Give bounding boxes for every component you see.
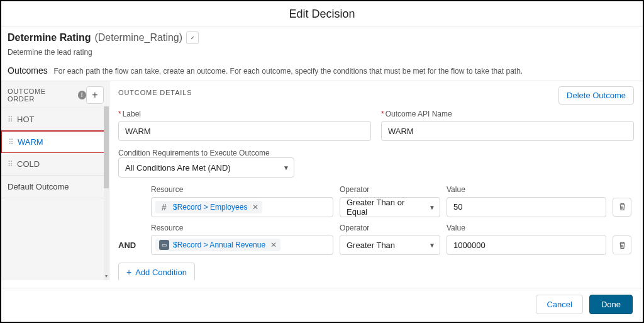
add-outcome-button[interactable]: + bbox=[86, 86, 104, 104]
outcome-item-cold[interactable]: ⠿ COLD bbox=[1, 153, 109, 176]
edit-name-button[interactable] bbox=[186, 31, 199, 44]
cancel-button[interactable]: Cancel bbox=[536, 295, 582, 314]
resource-input[interactable]: ▭ $Record > Annual Revenue ✕ bbox=[151, 235, 333, 255]
outcome-order-panel: OUTCOME ORDER i + ⠿ HOT ⠿ WARM ⠿ COLD De… bbox=[1, 81, 109, 280]
operator-select[interactable]: Greater Than or Equal bbox=[340, 197, 440, 217]
label-input[interactable] bbox=[118, 121, 371, 141]
number-icon: # bbox=[159, 202, 169, 212]
resource-pill-text: $Record > Employees bbox=[173, 203, 247, 212]
label-field-label: Label bbox=[123, 110, 141, 118]
delete-condition-button[interactable] bbox=[613, 235, 631, 254]
trash-icon bbox=[618, 203, 626, 211]
logic-and-label: AND bbox=[118, 241, 145, 250]
condition-requirements-label: Condition Requirements to Execute Outcom… bbox=[118, 149, 634, 157]
value-column-label: Value bbox=[447, 224, 606, 232]
condition-requirements-select[interactable]: All Conditions Are Met (AND) bbox=[118, 157, 294, 178]
decision-description: Determine the lead rating bbox=[8, 48, 636, 57]
condition-row: AND ▭ $Record > Annual Revenue ✕ Greater… bbox=[118, 235, 634, 255]
operator-select[interactable]: Greater Than bbox=[340, 235, 440, 255]
resource-column-label: Resource bbox=[151, 185, 333, 194]
outcome-item-label: HOT bbox=[17, 115, 34, 124]
delete-condition-button[interactable] bbox=[613, 198, 631, 217]
outcome-item-label: COLD bbox=[17, 159, 40, 169]
plus-icon: + bbox=[126, 267, 131, 277]
outcomes-section-hint: For each path the flow can take, create … bbox=[53, 67, 523, 76]
dialog-footer: Cancel Done bbox=[3, 288, 641, 320]
operator-column-label: Operator bbox=[340, 185, 440, 194]
add-condition-button[interactable]: + Add Condition bbox=[118, 263, 195, 280]
scroll-down-icon[interactable]: ▾ bbox=[104, 273, 109, 279]
trash-icon bbox=[618, 241, 626, 249]
drag-handle-icon[interactable]: ⠿ bbox=[8, 160, 12, 169]
value-input[interactable] bbox=[447, 235, 606, 255]
currency-icon: ▭ bbox=[159, 240, 169, 250]
scrollbar-thumb[interactable] bbox=[104, 106, 109, 188]
value-input[interactable] bbox=[447, 197, 606, 217]
delete-outcome-button[interactable]: Delete Outcome bbox=[558, 86, 634, 105]
operator-column-label: Operator bbox=[340, 224, 440, 232]
scrollbar[interactable]: ▾ bbox=[104, 106, 109, 280]
outcome-item-hot[interactable]: ⠿ HOT bbox=[1, 108, 109, 131]
api-name-input[interactable] bbox=[381, 121, 634, 141]
resource-pill-text: $Record > Annual Revenue bbox=[173, 241, 265, 249]
drag-handle-icon[interactable]: ⠿ bbox=[8, 115, 12, 124]
outcomes-section-title: Outcomes bbox=[8, 65, 48, 76]
remove-pill-icon[interactable]: ✕ bbox=[252, 203, 258, 212]
decision-api-name: (Determine_Rating) bbox=[94, 32, 182, 43]
info-icon[interactable]: i bbox=[78, 91, 87, 99]
outcome-item-default[interactable]: Default Outcome bbox=[1, 176, 109, 198]
condition-row: # $Record > Employees ✕ Greater Than or … bbox=[118, 196, 634, 217]
value-column-label: Value bbox=[447, 185, 606, 194]
drag-handle-icon[interactable]: ⠿ bbox=[8, 138, 13, 147]
outcome-details-title: OUTCOME DETAILS bbox=[118, 86, 192, 96]
resource-input[interactable]: # $Record > Employees ✕ bbox=[151, 197, 333, 217]
api-name-field-label: Outcome API Name bbox=[386, 110, 452, 118]
outcome-item-label: WARM bbox=[18, 137, 43, 147]
resource-column-label: Resource bbox=[151, 224, 333, 232]
modal-title: Edit Decision bbox=[1, 1, 643, 26]
remove-pill-icon[interactable]: ✕ bbox=[270, 241, 277, 249]
outcome-order-title: OUTCOME ORDER bbox=[8, 88, 74, 103]
done-button[interactable]: Done bbox=[589, 295, 633, 314]
outcome-item-warm[interactable]: ⠿ WARM bbox=[1, 130, 106, 154]
pencil-icon bbox=[191, 35, 194, 41]
decision-label: Determine Rating bbox=[8, 32, 91, 43]
